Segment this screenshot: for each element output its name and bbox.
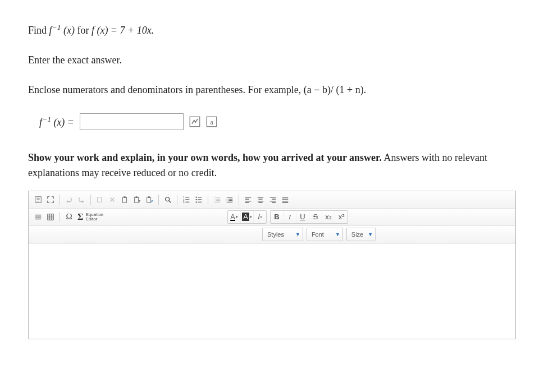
text-color-group: A▾ A▾ Ix bbox=[227, 210, 267, 224]
bullet-list-icon[interactable] bbox=[193, 193, 205, 206]
underline-button[interactable]: U bbox=[296, 211, 309, 223]
source-icon[interactable] bbox=[32, 193, 44, 206]
remove-format-button[interactable]: Ix bbox=[253, 211, 266, 223]
svg-rect-8 bbox=[123, 197, 127, 202]
svg-text:3: 3 bbox=[183, 201, 185, 204]
math-fx: f (x) = 7 + 10x. bbox=[92, 25, 154, 36]
numbered-list-icon[interactable]: 123 bbox=[180, 193, 193, 206]
align-center-icon[interactable] bbox=[254, 193, 267, 206]
svg-point-25 bbox=[195, 199, 196, 200]
omega-icon[interactable]: Ω bbox=[63, 211, 75, 223]
font-style-group: B I U S x₂ x² bbox=[270, 210, 348, 224]
font-select[interactable]: Font▼ bbox=[307, 228, 343, 241]
answer-label: f−1 (x) = bbox=[39, 115, 74, 128]
paste-icon[interactable] bbox=[118, 193, 131, 206]
svg-rect-11 bbox=[135, 196, 138, 198]
svg-line-17 bbox=[169, 200, 171, 202]
question-line-3: Enclose numerators and denominators in p… bbox=[28, 83, 516, 97]
align-left-icon[interactable] bbox=[242, 193, 254, 206]
styles-select[interactable]: Styles▼ bbox=[262, 228, 303, 241]
question-line-1: Find f−1 (x) for f (x) = 7 + 10x. bbox=[28, 22, 516, 38]
svg-rect-57 bbox=[48, 214, 54, 220]
text: for bbox=[75, 25, 92, 36]
indent-icon[interactable] bbox=[223, 193, 236, 206]
answer-input[interactable] bbox=[80, 113, 184, 130]
link-icon[interactable] bbox=[32, 211, 44, 223]
editor-body[interactable] bbox=[29, 243, 515, 339]
question-line-2: Enter the exact answer. bbox=[28, 53, 516, 67]
copy-icon[interactable] bbox=[94, 193, 106, 206]
table-icon[interactable] bbox=[44, 211, 57, 223]
svg-point-16 bbox=[166, 197, 170, 201]
svg-text:W: W bbox=[151, 199, 153, 203]
align-right-icon[interactable] bbox=[267, 193, 279, 206]
italic-button[interactable]: I bbox=[283, 211, 296, 223]
find-icon[interactable] bbox=[162, 193, 174, 206]
svg-point-26 bbox=[195, 201, 196, 202]
bold-button[interactable]: B bbox=[271, 211, 283, 223]
align-justify-icon[interactable] bbox=[279, 193, 291, 206]
show-work-prompt: Show your work and explain, in your own … bbox=[28, 150, 516, 181]
superscript-button[interactable]: x² bbox=[335, 211, 348, 223]
preview-icon[interactable] bbox=[189, 116, 200, 127]
outdent-icon[interactable] bbox=[211, 193, 223, 206]
maximize-icon[interactable] bbox=[44, 193, 57, 206]
toolbar-row-2: Ω Σ EquationEditor A▾ A▾ Ix B I U S x₂ x… bbox=[29, 209, 515, 226]
paste-text-icon[interactable]: T bbox=[131, 193, 143, 206]
prompt-bold: Show your work and explain, in your own … bbox=[28, 152, 382, 163]
svg-rect-10 bbox=[135, 197, 139, 202]
bg-color-button[interactable]: A▾ bbox=[240, 211, 253, 223]
cut-icon[interactable] bbox=[106, 193, 118, 206]
equation-editor-button[interactable]: Σ EquationEditor bbox=[75, 212, 106, 222]
size-select[interactable]: Size▼ bbox=[346, 228, 376, 241]
svg-text:a: a bbox=[210, 118, 213, 126]
help-icon[interactable]: a bbox=[206, 116, 217, 127]
svg-rect-13 bbox=[147, 197, 151, 202]
math-f: f−1 (x) bbox=[49, 25, 75, 36]
text-color-button[interactable]: A▾ bbox=[228, 211, 240, 223]
subscript-button[interactable]: x₂ bbox=[322, 211, 335, 223]
svg-rect-14 bbox=[148, 196, 150, 198]
svg-rect-7 bbox=[98, 197, 102, 202]
toolbar-row-1: T W 123 bbox=[29, 191, 515, 209]
svg-text:T: T bbox=[139, 199, 141, 203]
toolbar-row-3: Styles▼ Font▼ Size▼ bbox=[29, 226, 515, 243]
svg-point-24 bbox=[195, 196, 196, 197]
rich-text-editor: T W 123 Ω bbox=[28, 191, 516, 339]
redo-icon[interactable] bbox=[75, 193, 88, 206]
strike-button[interactable]: S bbox=[309, 211, 322, 223]
svg-rect-9 bbox=[124, 196, 126, 198]
paste-word-icon[interactable]: W bbox=[143, 193, 156, 206]
undo-icon[interactable] bbox=[63, 193, 75, 206]
text: Find bbox=[28, 25, 49, 36]
